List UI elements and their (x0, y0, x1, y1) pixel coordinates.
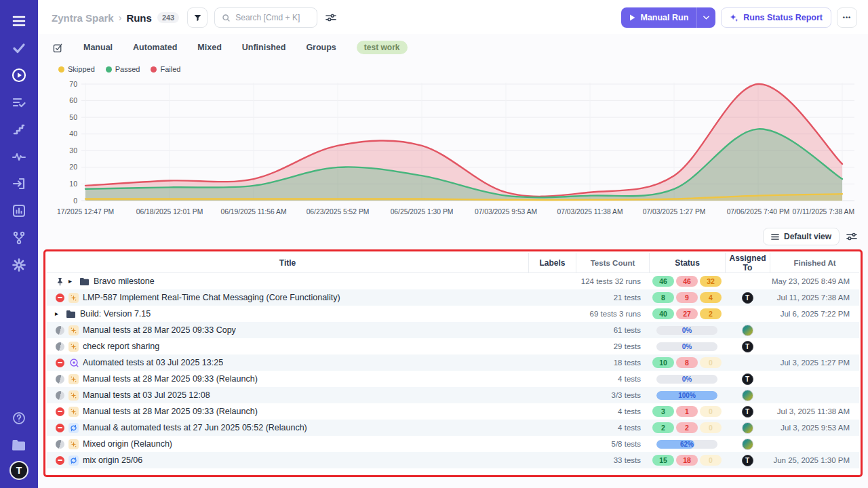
table-row[interactable]: ▸Build: Version 7.1569 tests 3 runs40272… (47, 306, 859, 322)
table-row[interactable]: Automated tests at 03 Jul 2025 13:2518 t… (47, 354, 859, 371)
run-title[interactable]: Mixed origin (Relaunch) (83, 439, 172, 449)
sidebar-bottom-help[interactable] (7, 407, 31, 430)
manual-run-button[interactable]: Manual Run (621, 7, 715, 28)
assignee-avatar[interactable] (742, 325, 753, 336)
breadcrumb-project[interactable]: Zyntra Spark (52, 12, 114, 24)
run-title[interactable]: Manual tests at 28 Mar 2025 09:33 (Relau… (83, 407, 258, 416)
pulse-icon (12, 152, 26, 161)
run-title[interactable]: Bravo milestone (94, 277, 155, 286)
legend-item-passed: Passed (106, 65, 140, 73)
assignee-avatar[interactable] (742, 422, 753, 434)
expand-caret-icon[interactable]: ▸ (68, 278, 75, 285)
svg-text:10: 10 (69, 180, 77, 188)
run-title[interactable]: Manual tests at 28 Mar 2025 09:33 Copy (83, 325, 236, 335)
filter-tabs: ManualAutomatedMixedUnfinishedGroups tes… (38, 34, 868, 60)
run-title[interactable]: Manual tests at 28 Mar 2025 09:33 (Relau… (83, 374, 258, 384)
manual-run-icon (68, 325, 79, 336)
view-settings-icon[interactable] (846, 232, 857, 241)
run-title-cell: check report sharing (47, 342, 528, 352)
run-title[interactable]: Automated tests at 03 Jul 2025 13:25 (83, 358, 223, 367)
legend-dot (106, 66, 112, 73)
assigned-to-cell (725, 422, 770, 434)
sidebar-item-settings[interactable] (7, 253, 31, 277)
run-title-cell: ▸Bravo milestone (47, 277, 528, 286)
runs-status-report-button[interactable]: Runs Status Report (721, 7, 831, 28)
table-row[interactable]: Manual tests at 03 Jul 2025 12:083/3 tes… (47, 387, 859, 403)
column-header-title[interactable]: Title (47, 253, 528, 272)
in-progress-status-icon (55, 391, 64, 400)
run-title[interactable]: Build: Version 7.15 (80, 309, 151, 319)
search-input[interactable] (235, 13, 310, 22)
tab-mixed[interactable]: Mixed (197, 43, 221, 52)
table-row[interactable]: Manual tests at 28 Mar 2025 09:33 (Relau… (47, 371, 859, 387)
run-title[interactable]: check report sharing (83, 342, 159, 351)
pin-icon (55, 277, 64, 286)
assigned-to-cell: T (725, 373, 770, 385)
expand-caret-icon[interactable]: ▸ (55, 310, 62, 317)
sidebar-item-milestones[interactable] (7, 118, 31, 141)
assignee-avatar[interactable]: T (742, 292, 753, 304)
status-cell: 1080 (649, 357, 725, 368)
run-title[interactable]: Manual & automated tests at 27 Jun 2025 … (83, 423, 307, 432)
table-row[interactable]: Mixed origin (Relaunch)5/8 tests62% (47, 436, 859, 452)
table-row[interactable]: Manual & automated tests at 27 Jun 2025 … (47, 420, 859, 436)
column-header-tests-count[interactable]: Tests Count (576, 253, 649, 272)
table-row[interactable]: Manual tests at 28 Mar 2025 09:33 Copy61… (47, 322, 859, 338)
column-header-finished-at[interactable]: Finished At (770, 253, 859, 272)
sidebar-item-test-cases[interactable] (7, 37, 31, 60)
sidebar-item-test-plans[interactable] (7, 91, 31, 114)
assignee-avatar[interactable] (742, 439, 753, 450)
filter-button[interactable] (187, 7, 208, 28)
column-header-status[interactable]: Status (649, 253, 725, 272)
column-header-labels[interactable]: Labels (528, 253, 576, 272)
default-view-button[interactable]: Default view (763, 228, 840, 245)
sidebar: T (0, 0, 38, 488)
passed-count-badge: 10 (652, 357, 674, 368)
table-row[interactable]: check report sharing29 tests0%T (47, 338, 859, 354)
sidebar-item-branch[interactable] (7, 226, 31, 249)
tab-groups[interactable]: Groups (306, 43, 336, 52)
sidebar-item-imports[interactable] (7, 172, 31, 195)
assignee-avatar[interactable]: T (742, 373, 753, 385)
failed-count-badge: 18 (676, 455, 698, 466)
sidebar-item-runs[interactable] (7, 64, 31, 87)
user-avatar[interactable]: T (9, 461, 28, 480)
branch-icon (13, 231, 25, 245)
run-title[interactable]: mix origin 25/06 (83, 455, 142, 465)
legend-item-skipped: Skipped (58, 65, 95, 73)
tab-manual[interactable]: Manual (83, 43, 113, 52)
sidebar-item-analytics[interactable] (7, 199, 31, 222)
manual-run-dropdown[interactable] (696, 7, 715, 28)
more-options-button[interactable]: ••• (837, 7, 857, 28)
run-title[interactable]: LMP-587 Implement Real-Time Chat Messagi… (83, 293, 340, 302)
automated-run-icon (68, 358, 79, 368)
filters-sliders-icon[interactable] (326, 13, 336, 22)
tests-count-cell: 3/3 tests (576, 391, 649, 399)
tag-test-work[interactable]: test work (357, 41, 408, 54)
failed-count-badge: 2 (676, 422, 698, 433)
breadcrumb-separator: › (119, 12, 122, 23)
assignee-avatar[interactable]: T (742, 341, 753, 352)
folder-icon (79, 277, 90, 286)
assignee-avatar[interactable]: T (742, 406, 753, 418)
assignee-avatar[interactable]: T (742, 455, 753, 466)
tab-automated[interactable]: Automated (133, 43, 177, 52)
failed-count-badge: 8 (676, 357, 698, 368)
svg-text:30: 30 (69, 146, 77, 155)
status-cell: 0% (649, 326, 725, 335)
select-all-icon[interactable] (53, 43, 63, 53)
table-row[interactable]: mix origin 25/0633 tests15180TJun 25, 20… (47, 452, 859, 468)
sidebar-item-defects[interactable] (7, 145, 31, 168)
skipped-count-badge: 0 (700, 357, 722, 368)
sidebar-item-menu[interactable] (7, 9, 31, 33)
assignee-avatar[interactable] (742, 390, 753, 401)
column-header-assigned-to[interactable]: Assigned To (725, 253, 770, 272)
sidebar-bottom-folder[interactable] (7, 434, 31, 457)
check-icon (12, 43, 26, 54)
tab-unfinished[interactable]: Unfinished (242, 43, 286, 52)
table-row[interactable]: LMP-587 Implement Real-Time Chat Messagi… (47, 289, 859, 306)
table-row[interactable]: ▸Bravo milestone124 tests 32 runs464632M… (47, 273, 859, 289)
search-box[interactable] (214, 7, 317, 28)
table-row[interactable]: Manual tests at 28 Mar 2025 09:33 (Relau… (47, 403, 859, 420)
run-title[interactable]: Manual tests at 03 Jul 2025 12:08 (83, 390, 210, 400)
